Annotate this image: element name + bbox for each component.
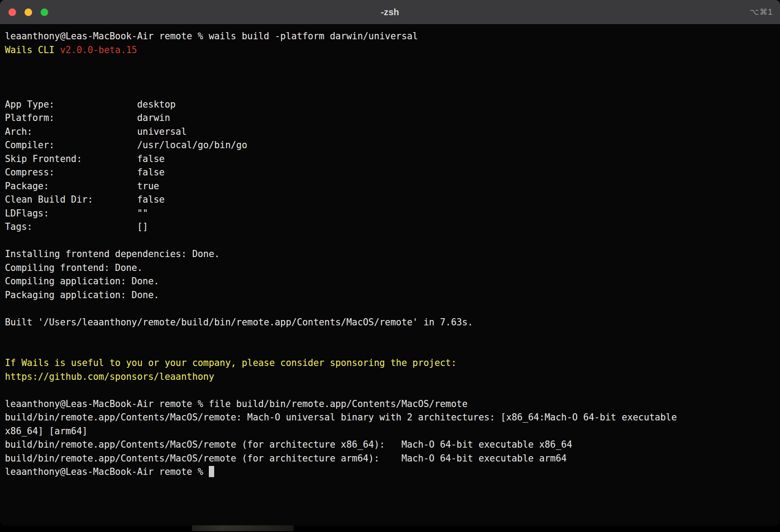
terminal-line: Clean Build Dir: false	[5, 193, 775, 207]
terminal-text-segment: Installing frontend dependencies: Done.	[5, 249, 220, 259]
terminal-text-segment: leaanthony@Leas-MacBook-Air remote % wai…	[5, 31, 418, 42]
terminal-line	[5, 343, 775, 357]
terminal-output[interactable]: leaanthony@Leas-MacBook-Air remote % wai…	[0, 24, 780, 479]
terminal-line: build/bin/remote.app/Contents/MacOS/remo…	[5, 411, 775, 424]
traffic-lights	[0, 8, 48, 16]
terminal-text-segment: Compress: false	[5, 167, 165, 178]
terminal-text-segment: Tags: []	[5, 221, 148, 232]
window-title: -zsh	[0, 7, 780, 17]
terminal-line	[5, 383, 775, 397]
minimize-button[interactable]	[25, 8, 32, 16]
terminal-line: Compiling application: Done.	[5, 274, 775, 288]
terminal-line	[5, 84, 775, 98]
terminal-line: Wails CLI v2.0.0-beta.15	[5, 43, 775, 57]
terminal-text-segment: Wails CLI	[5, 45, 60, 55]
terminal-line: Package: true	[5, 179, 775, 193]
terminal-text-segment: Clean Build Dir: false	[5, 194, 165, 205]
terminal-line: Compress: false	[5, 166, 775, 179]
terminal-line: Built '/Users/leaanthony/remote/build/bi…	[5, 316, 775, 329]
terminal-text-segment: Platform: darwin	[5, 112, 170, 123]
terminal-text-segment: leaanthony@Leas-MacBook-Air remote %	[5, 466, 209, 477]
terminal-line	[5, 302, 775, 316]
window-shortcut-hint: ⌥⌘1	[750, 0, 773, 24]
terminal-window: -zsh ⌥⌘1 leaanthony@Leas-MacBook-Air rem…	[0, 0, 780, 526]
terminal-text-segment: Package: true	[5, 181, 159, 191]
obscured-background-window	[192, 525, 294, 531]
terminal-line: If Wails is useful to you or your compan…	[5, 356, 775, 370]
terminal-line: x86_64] [arm64]	[5, 424, 775, 438]
terminal-line: Compiler: /usr/local/go/bin/go	[5, 138, 775, 152]
window-titlebar[interactable]: -zsh ⌥⌘1	[0, 0, 780, 24]
close-button[interactable]	[8, 8, 16, 16]
terminal-line	[5, 71, 775, 84]
terminal-line	[5, 234, 775, 248]
terminal-text-segment: Skip Frontend: false	[5, 154, 165, 164]
terminal-line: leaanthony@Leas-MacBook-Air remote % fil…	[5, 397, 775, 411]
terminal-text-segment: https://github.com/sponsors/leaanthony	[5, 371, 214, 382]
terminal-line: build/bin/remote.app/Contents/MacOS/remo…	[5, 452, 775, 466]
terminal-text-segment: Arch: universal	[5, 126, 187, 137]
terminal-line: Skip Frontend: false	[5, 152, 775, 166]
terminal-line: App Type: desktop	[5, 98, 775, 112]
terminal-text-segment: leaanthony@Leas-MacBook-Air remote % fil…	[5, 399, 468, 409]
sponsor-link[interactable]: https://github.com/sponsors/leaanthony	[5, 370, 775, 384]
terminal-line: Packaging application: Done.	[5, 288, 775, 302]
terminal-line	[5, 57, 775, 71]
terminal-text-segment: Built '/Users/leaanthony/remote/build/bi…	[5, 317, 473, 328]
terminal-line: Compiling frontend: Done.	[5, 261, 775, 275]
terminal-line: Tags: []	[5, 220, 775, 234]
terminal-line: Arch: universal	[5, 125, 775, 139]
terminal-text-segment: Compiling application: Done.	[5, 276, 159, 287]
terminal-text-segment: build/bin/remote.app/Contents/MacOS/remo…	[5, 412, 677, 423]
terminal-line: leaanthony@Leas-MacBook-Air remote %	[5, 465, 775, 479]
terminal-line: Installing frontend dependencies: Done.	[5, 247, 775, 261]
terminal-line: Platform: darwin	[5, 111, 775, 125]
terminal-text-segment: build/bin/remote.app/Contents/MacOS/remo…	[5, 439, 572, 450]
terminal-cursor	[209, 466, 215, 477]
terminal-line: leaanthony@Leas-MacBook-Air remote % wai…	[5, 29, 775, 43]
terminal-line: build/bin/remote.app/Contents/MacOS/remo…	[5, 438, 775, 452]
terminal-text-segment: If Wails is useful to you or your compan…	[5, 357, 456, 368]
terminal-text-segment: Packaging application: Done.	[5, 290, 159, 300]
terminal-text-segment: v2.0.0-beta.15	[60, 45, 137, 55]
terminal-text-segment: build/bin/remote.app/Contents/MacOS/remo…	[5, 453, 567, 464]
terminal-text-segment: x86_64] [arm64]	[5, 426, 87, 436]
terminal-text-segment: Compiler: /usr/local/go/bin/go	[5, 140, 247, 150]
terminal-line: LDFlags: ""	[5, 207, 775, 220]
terminal-text-segment: App Type: desktop	[5, 99, 176, 110]
zoom-button[interactable]	[41, 8, 48, 16]
terminal-line	[5, 329, 775, 343]
terminal-text-segment: LDFlags: ""	[5, 208, 148, 219]
terminal-text-segment: Compiling frontend: Done.	[5, 262, 143, 273]
